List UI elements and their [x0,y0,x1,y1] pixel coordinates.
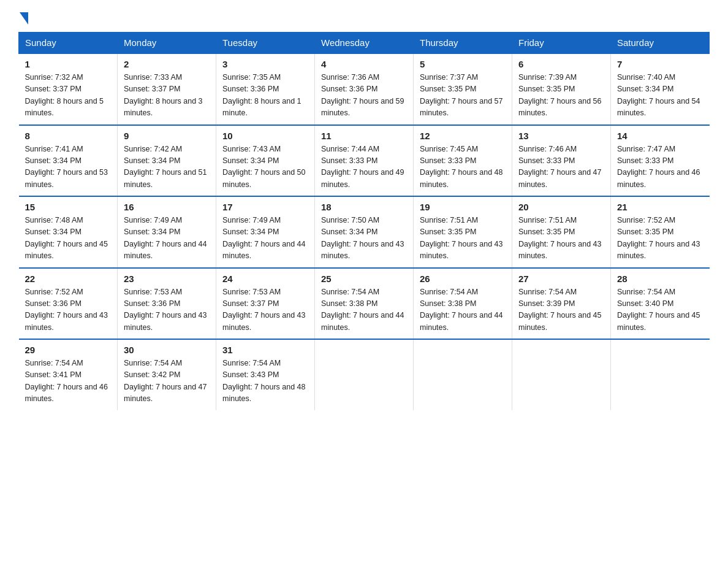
day-info: Sunrise: 7:42 AMSunset: 3:34 PMDaylight:… [124,144,210,191]
calendar-cell: 10Sunrise: 7:43 AMSunset: 3:34 PMDayligh… [216,125,315,197]
day-number: 28 [617,274,703,284]
day-info: Sunrise: 7:54 AMSunset: 3:43 PMDaylight:… [222,358,308,405]
calendar-cell [611,339,710,410]
week-row-3: 15Sunrise: 7:48 AMSunset: 3:34 PMDayligh… [19,196,710,268]
day-number: 12 [420,131,506,141]
day-info: Sunrise: 7:47 AMSunset: 3:33 PMDaylight:… [617,144,703,191]
day-info: Sunrise: 7:46 AMSunset: 3:33 PMDaylight:… [518,144,604,191]
calendar-cell: 24Sunrise: 7:53 AMSunset: 3:37 PMDayligh… [216,268,315,340]
day-info: Sunrise: 7:54 AMSunset: 3:39 PMDaylight:… [518,286,604,334]
calendar-cell: 1Sunrise: 7:32 AMSunset: 3:37 PMDaylight… [19,53,118,125]
calendar-cell: 16Sunrise: 7:49 AMSunset: 3:34 PMDayligh… [118,196,216,268]
calendar-cell: 18Sunrise: 7:50 AMSunset: 3:34 PMDayligh… [315,196,414,268]
day-info: Sunrise: 7:43 AMSunset: 3:34 PMDaylight:… [222,144,308,191]
day-number: 27 [518,274,604,284]
day-info: Sunrise: 7:37 AMSunset: 3:35 PMDaylight:… [420,72,506,120]
day-number: 1 [25,59,112,69]
header-cell-sunday: Sunday [19,33,118,54]
calendar-cell: 31Sunrise: 7:54 AMSunset: 3:43 PMDayligh… [216,339,315,410]
day-info: Sunrise: 7:54 AMSunset: 3:38 PMDaylight:… [420,286,506,334]
calendar-cell: 27Sunrise: 7:54 AMSunset: 3:39 PMDayligh… [512,268,611,340]
day-info: Sunrise: 7:54 AMSunset: 3:38 PMDaylight:… [321,286,407,334]
day-info: Sunrise: 7:48 AMSunset: 3:34 PMDaylight:… [25,215,112,262]
day-info: Sunrise: 7:32 AMSunset: 3:37 PMDaylight:… [25,72,112,120]
day-info: Sunrise: 7:33 AMSunset: 3:37 PMDaylight:… [124,72,210,120]
day-number: 10 [222,131,308,141]
day-number: 20 [518,202,604,212]
calendar-cell [414,339,512,410]
day-info: Sunrise: 7:45 AMSunset: 3:33 PMDaylight:… [420,144,506,191]
day-number: 30 [124,345,210,355]
day-info: Sunrise: 7:40 AMSunset: 3:34 PMDaylight:… [617,72,703,120]
calendar-cell: 20Sunrise: 7:51 AMSunset: 3:35 PMDayligh… [512,196,611,268]
day-info: Sunrise: 7:49 AMSunset: 3:34 PMDaylight:… [124,215,210,262]
calendar-cell: 19Sunrise: 7:51 AMSunset: 3:35 PMDayligh… [414,196,512,268]
calendar-cell: 6Sunrise: 7:39 AMSunset: 3:35 PMDaylight… [512,53,611,125]
header-cell-wednesday: Wednesday [315,33,414,54]
week-row-5: 29Sunrise: 7:54 AMSunset: 3:41 PMDayligh… [19,339,710,410]
day-info: Sunrise: 7:50 AMSunset: 3:34 PMDaylight:… [321,215,407,262]
day-info: Sunrise: 7:36 AMSunset: 3:36 PMDaylight:… [321,72,407,120]
header-cell-tuesday: Tuesday [216,33,315,54]
day-info: Sunrise: 7:53 AMSunset: 3:37 PMDaylight:… [222,286,308,334]
calendar-header: SundayMondayTuesdayWednesdayThursdayFrid… [19,33,710,54]
day-number: 22 [25,274,112,284]
calendar-cell: 9Sunrise: 7:42 AMSunset: 3:34 PMDaylight… [118,125,216,197]
day-number: 15 [25,202,112,212]
day-info: Sunrise: 7:54 AMSunset: 3:42 PMDaylight:… [124,358,210,405]
logo-arrow-icon [20,12,28,25]
calendar-cell: 25Sunrise: 7:54 AMSunset: 3:38 PMDayligh… [315,268,414,340]
header-cell-monday: Monday [118,33,216,54]
day-info: Sunrise: 7:53 AMSunset: 3:36 PMDaylight:… [124,286,210,334]
calendar-cell: 23Sunrise: 7:53 AMSunset: 3:36 PMDayligh… [118,268,216,340]
day-info: Sunrise: 7:52 AMSunset: 3:35 PMDaylight:… [617,215,703,262]
calendar-cell: 26Sunrise: 7:54 AMSunset: 3:38 PMDayligh… [414,268,512,340]
day-number: 14 [617,131,703,141]
calendar-cell: 17Sunrise: 7:49 AMSunset: 3:34 PMDayligh… [216,196,315,268]
day-number: 5 [420,59,506,69]
day-number: 16 [124,202,210,212]
calendar-cell: 5Sunrise: 7:37 AMSunset: 3:35 PMDaylight… [414,53,512,125]
calendar-cell: 11Sunrise: 7:44 AMSunset: 3:33 PMDayligh… [315,125,414,197]
day-number: 8 [25,131,112,141]
calendar-cell: 4Sunrise: 7:36 AMSunset: 3:36 PMDaylight… [315,53,414,125]
calendar-cell: 14Sunrise: 7:47 AMSunset: 3:33 PMDayligh… [611,125,710,197]
calendar-cell: 7Sunrise: 7:40 AMSunset: 3:34 PMDaylight… [611,53,710,125]
day-number: 25 [321,274,407,284]
week-row-2: 8Sunrise: 7:41 AMSunset: 3:34 PMDaylight… [19,125,710,197]
calendar-cell: 29Sunrise: 7:54 AMSunset: 3:41 PMDayligh… [19,339,118,410]
day-info: Sunrise: 7:51 AMSunset: 3:35 PMDaylight:… [518,215,604,262]
page-header [18,12,710,21]
calendar-cell: 28Sunrise: 7:54 AMSunset: 3:40 PMDayligh… [611,268,710,340]
day-info: Sunrise: 7:39 AMSunset: 3:35 PMDaylight:… [518,72,604,120]
calendar-cell: 15Sunrise: 7:48 AMSunset: 3:34 PMDayligh… [19,196,118,268]
day-info: Sunrise: 7:44 AMSunset: 3:33 PMDaylight:… [321,144,407,191]
day-number: 29 [25,345,112,355]
calendar-cell [512,339,611,410]
day-number: 7 [617,59,703,69]
day-number: 4 [321,59,407,69]
day-number: 11 [321,131,407,141]
day-info: Sunrise: 7:49 AMSunset: 3:34 PMDaylight:… [222,215,308,262]
calendar-body: 1Sunrise: 7:32 AMSunset: 3:37 PMDaylight… [19,53,710,410]
day-info: Sunrise: 7:51 AMSunset: 3:35 PMDaylight:… [420,215,506,262]
day-number: 31 [222,345,308,355]
day-number: 26 [420,274,506,284]
day-info: Sunrise: 7:41 AMSunset: 3:34 PMDaylight:… [25,144,112,191]
day-number: 13 [518,131,604,141]
day-info: Sunrise: 7:54 AMSunset: 3:41 PMDaylight:… [25,358,112,405]
day-number: 2 [124,59,210,69]
day-number: 3 [222,59,308,69]
day-number: 9 [124,131,210,141]
day-number: 23 [124,274,210,284]
header-cell-thursday: Thursday [414,33,512,54]
day-info: Sunrise: 7:54 AMSunset: 3:40 PMDaylight:… [617,286,703,334]
calendar-cell: 22Sunrise: 7:52 AMSunset: 3:36 PMDayligh… [19,268,118,340]
header-cell-saturday: Saturday [611,33,710,54]
day-number: 6 [518,59,604,69]
day-number: 21 [617,202,703,212]
calendar-cell: 13Sunrise: 7:46 AMSunset: 3:33 PMDayligh… [512,125,611,197]
calendar-cell: 8Sunrise: 7:41 AMSunset: 3:34 PMDaylight… [19,125,118,197]
calendar-cell: 21Sunrise: 7:52 AMSunset: 3:35 PMDayligh… [611,196,710,268]
day-number: 17 [222,202,308,212]
